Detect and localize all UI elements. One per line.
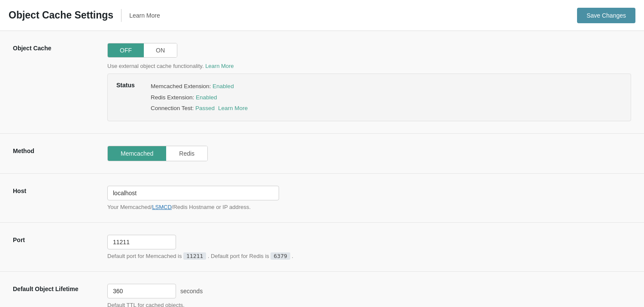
connection-learn-more-link[interactable]: Learn More bbox=[218, 105, 248, 111]
port-content: Default port for Memcached is 11211 . De… bbox=[107, 235, 631, 259]
main-content: Object Cache OFF ON Use external object … bbox=[0, 31, 644, 307]
method-toggle-group: Memcached Redis bbox=[107, 146, 208, 161]
object-cache-toggle: OFF ON bbox=[107, 43, 177, 58]
connection-test-line: Connection Test: Passed Learn More bbox=[151, 103, 248, 114]
host-input[interactable] bbox=[107, 186, 279, 200]
port-hint: Default port for Memcached is 11211 . De… bbox=[107, 253, 631, 259]
memcached-port-badge: 11211 bbox=[183, 252, 206, 260]
object-cache-row: Object Cache OFF ON Use external object … bbox=[0, 31, 644, 134]
lifetime-input-group: seconds bbox=[107, 284, 631, 298]
host-row: Host Your Memcached/LSMCD/Redis Hostname… bbox=[0, 174, 644, 223]
object-cache-helper: Use external object cache functionality.… bbox=[107, 63, 631, 69]
redis-extension-line: Redis Extension: Enabled bbox=[151, 92, 248, 103]
method-label: Method bbox=[13, 146, 107, 154]
lifetime-content: seconds Default TTL for cached objects. bbox=[107, 284, 631, 307]
port-row: Port Default port for Memcached is 11211… bbox=[0, 223, 644, 272]
method-content: Memcached Redis bbox=[107, 146, 631, 161]
header-learn-more-link[interactable]: Learn More bbox=[129, 12, 160, 19]
status-box: Status Memcached Extension: Enabled Redi… bbox=[107, 74, 631, 121]
method-row: Method Memcached Redis bbox=[0, 134, 644, 174]
object-cache-learn-more-link[interactable]: Learn More bbox=[205, 63, 234, 69]
lifetime-input[interactable] bbox=[107, 284, 176, 298]
port-input[interactable] bbox=[107, 235, 176, 249]
page-title: Object Cache Settings bbox=[9, 9, 113, 21]
lifetime-unit: seconds bbox=[180, 288, 203, 295]
lsmcd-link[interactable]: LSMCD bbox=[152, 204, 172, 210]
status-details: Memcached Extension: Enabled Redis Exten… bbox=[151, 81, 248, 114]
memcached-extension-line: Memcached Extension: Enabled bbox=[151, 81, 248, 92]
port-label: Port bbox=[13, 235, 107, 243]
redis-status: Enabled bbox=[196, 94, 217, 101]
toggle-off-button[interactable]: OFF bbox=[108, 43, 144, 57]
host-content: Your Memcached/LSMCD/Redis Hostname or I… bbox=[107, 186, 631, 210]
lifetime-hint: Default TTL for cached objects. bbox=[107, 302, 631, 307]
object-cache-content: OFF ON Use external object cache functio… bbox=[107, 43, 631, 121]
title-divider bbox=[121, 9, 122, 22]
memcached-status: Enabled bbox=[213, 83, 234, 89]
host-label: Host bbox=[13, 186, 107, 194]
object-cache-label: Object Cache bbox=[13, 43, 107, 52]
top-bar: Object Cache Settings Learn More Save Ch… bbox=[0, 0, 644, 31]
lifetime-label: Default Object Lifetime bbox=[13, 284, 107, 292]
status-label: Status bbox=[116, 81, 142, 89]
connection-status: Passed bbox=[195, 105, 215, 111]
save-changes-button[interactable]: Save Changes bbox=[577, 8, 635, 23]
method-memcached-button[interactable]: Memcached bbox=[108, 146, 166, 161]
lifetime-row: Default Object Lifetime seconds Default … bbox=[0, 272, 644, 307]
method-redis-button[interactable]: Redis bbox=[166, 146, 207, 161]
toggle-on-button[interactable]: ON bbox=[144, 43, 177, 57]
host-hint: Your Memcached/LSMCD/Redis Hostname or I… bbox=[107, 204, 631, 210]
redis-port-badge: 6379 bbox=[270, 252, 290, 260]
